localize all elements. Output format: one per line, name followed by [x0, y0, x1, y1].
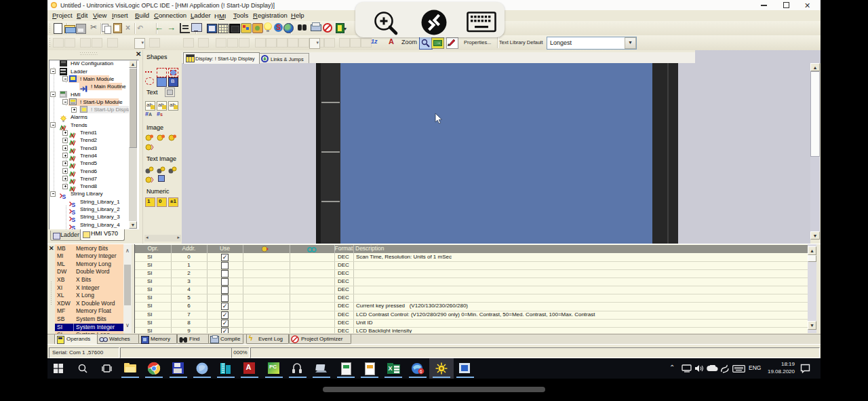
svg-text:6: 6: [420, 369, 422, 374]
svg-text:S: S: [62, 193, 66, 200]
